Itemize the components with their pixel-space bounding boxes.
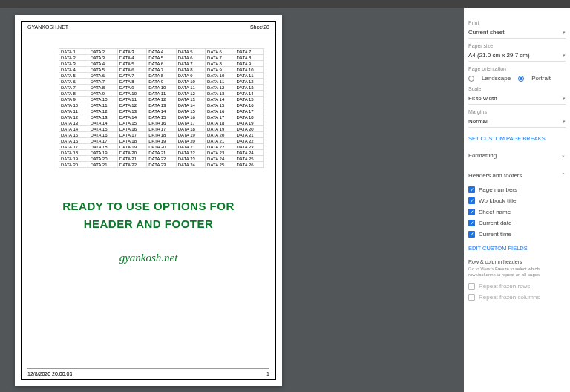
table-cell: DATA 5 xyxy=(88,67,117,73)
table-cell: DATA 19 xyxy=(59,156,88,162)
table-cell: DATA 13 xyxy=(235,85,263,91)
checkbox-repeat-rows[interactable] xyxy=(468,283,475,290)
table-cell: DATA 15 xyxy=(147,114,176,120)
table-cell: DATA 23 xyxy=(206,150,235,156)
checkbox-workbook-title[interactable]: ✓ xyxy=(468,197,475,204)
table-cell: DATA 18 xyxy=(176,126,205,132)
table-cell: DATA 19 xyxy=(147,138,176,144)
table-cell: DATA 8 xyxy=(117,79,146,85)
table-cell: DATA 16 xyxy=(88,132,117,138)
row-col-help-text: Go to View > Freeze to select which rows… xyxy=(468,267,566,278)
table-row: DATA 10DATA 11DATA 12DATA 13DATA 14DATA … xyxy=(59,102,264,108)
radio-landscape[interactable] xyxy=(468,76,474,82)
checkbox-current-date[interactable]: ✓ xyxy=(468,220,475,226)
table-row: DATA 15DATA 16DATA 17DATA 18DATA 19DATA … xyxy=(59,132,264,138)
table-cell: DATA 16 xyxy=(176,114,205,120)
table-cell: DATA 11 xyxy=(206,79,235,85)
table-cell: DATA 7 xyxy=(88,79,117,85)
table-cell: DATA 8 xyxy=(147,73,176,79)
radio-portrait[interactable] xyxy=(518,76,524,82)
table-cell: DATA 14 xyxy=(235,91,263,97)
footer-left: 12/8/2020 20:00:03 xyxy=(27,371,72,376)
table-cell: DATA 17 xyxy=(235,108,263,114)
edit-custom-fields-link[interactable]: EDIT CUSTOM FIELDS xyxy=(468,245,566,252)
table-cell: DATA 10 xyxy=(88,97,117,102)
table-cell: DATA 8 xyxy=(235,55,263,61)
table-cell: DATA 18 xyxy=(88,144,117,150)
table-cell: DATA 10 xyxy=(176,79,205,85)
scale-dropdown[interactable]: Fit to width▾ xyxy=(468,93,566,105)
table-cell: DATA 11 xyxy=(88,102,117,108)
set-page-breaks-link[interactable]: SET CUSTOM PAGE BREAKS xyxy=(468,135,566,142)
table-cell: DATA 12 xyxy=(117,102,146,108)
table-row: DATA 8DATA 9DATA 10DATA 11DATA 12DATA 13… xyxy=(59,91,264,97)
table-cell: DATA 8 xyxy=(88,85,117,91)
papersize-dropdown[interactable]: A4 (21.0 cm x 29.7 cm)▾ xyxy=(468,50,566,62)
table-cell: DATA 15 xyxy=(88,126,117,132)
table-cell: DATA 16 xyxy=(206,108,235,114)
table-cell: DATA 17 xyxy=(59,144,88,150)
print-preview-page: GYANKOSH.NET Sheet28 DATA 1DATA 2DATA 3D… xyxy=(15,15,282,386)
table-cell: DATA 23 xyxy=(147,162,176,168)
table-cell: DATA 21 xyxy=(235,132,263,138)
table-cell: DATA 14 xyxy=(206,97,235,102)
chevron-down-icon: ⌄ xyxy=(561,152,566,159)
table-row: DATA 16DATA 17DATA 18DATA 19DATA 20DATA … xyxy=(59,138,264,144)
data-table: DATA 1DATA 2DATA 3DATA 4DATA 5DATA 6DATA… xyxy=(59,48,264,168)
table-cell: DATA 14 xyxy=(117,114,146,120)
table-cell: DATA 18 xyxy=(147,132,176,138)
table-cell: DATA 21 xyxy=(117,156,146,162)
table-cell: DATA 11 xyxy=(176,85,205,91)
table-cell: DATA 23 xyxy=(176,156,205,162)
checkbox-repeat-cols[interactable] xyxy=(468,294,475,301)
table-row: DATA 6DATA 7DATA 8DATA 9DATA 10DATA 11DA… xyxy=(59,79,264,85)
checkbox-sheet-name[interactable]: ✓ xyxy=(468,209,475,215)
table-cell: DATA 13 xyxy=(117,108,146,114)
table-cell: DATA 18 xyxy=(117,138,146,144)
table-cell: DATA 18 xyxy=(206,120,235,126)
row-col-headers-label: Row & column headers xyxy=(468,259,566,264)
table-cell: DATA 7 xyxy=(235,49,263,55)
table-cell: DATA 9 xyxy=(59,97,88,102)
table-cell: DATA 17 xyxy=(117,132,146,138)
top-bar xyxy=(0,0,570,8)
table-row: DATA 9DATA 10DATA 11DATA 12DATA 13DATA 1… xyxy=(59,97,264,102)
page-header: GYANKOSH.NET Sheet28 xyxy=(22,22,275,33)
table-cell: DATA 20 xyxy=(176,138,205,144)
table-cell: DATA 12 xyxy=(206,85,235,91)
print-dropdown[interactable]: Current sheet▾ xyxy=(468,27,566,39)
table-cell: DATA 7 xyxy=(59,85,88,91)
table-cell: DATA 21 xyxy=(147,150,176,156)
table-cell: DATA 9 xyxy=(235,61,263,67)
table-row: DATA 14DATA 15DATA 16DATA 17DATA 18DATA … xyxy=(59,126,264,132)
table-cell: DATA 14 xyxy=(176,102,205,108)
table-cell: DATA 7 xyxy=(117,73,146,79)
checkbox-current-time[interactable]: ✓ xyxy=(468,231,475,238)
table-cell: DATA 20 xyxy=(88,156,117,162)
margins-dropdown[interactable]: Normal▾ xyxy=(468,116,566,128)
table-row: DATA 1DATA 2DATA 3DATA 4DATA 5DATA 6DATA… xyxy=(59,49,264,55)
table-cell: DATA 11 xyxy=(147,91,176,97)
table-cell: DATA 10 xyxy=(206,73,235,79)
table-cell: DATA 19 xyxy=(235,120,263,126)
scale-label: Scale xyxy=(468,86,566,91)
table-cell: DATA 17 xyxy=(88,138,117,144)
table-cell: DATA 24 xyxy=(235,150,263,156)
checkbox-page-numbers[interactable]: ✓ xyxy=(468,186,475,193)
table-cell: DATA 5 xyxy=(147,55,176,61)
table-cell: DATA 19 xyxy=(176,132,205,138)
table-cell: DATA 4 xyxy=(59,67,88,73)
chevron-down-icon: ▾ xyxy=(563,53,566,59)
table-cell: DATA 8 xyxy=(59,91,88,97)
table-cell: DATA 25 xyxy=(206,162,235,168)
chevron-down-icon: ▾ xyxy=(563,119,566,125)
headers-footers-section[interactable]: Headers and footers⌃ xyxy=(468,169,566,182)
formatting-section[interactable]: Formatting⌄ xyxy=(468,149,566,162)
table-cell: DATA 11 xyxy=(59,108,88,114)
table-cell: DATA 5 xyxy=(176,49,205,55)
table-cell: DATA 1 xyxy=(59,49,88,55)
table-cell: DATA 19 xyxy=(117,144,146,150)
table-cell: DATA 13 xyxy=(59,120,88,126)
table-cell: DATA 21 xyxy=(88,162,117,168)
table-cell: DATA 13 xyxy=(176,97,205,102)
